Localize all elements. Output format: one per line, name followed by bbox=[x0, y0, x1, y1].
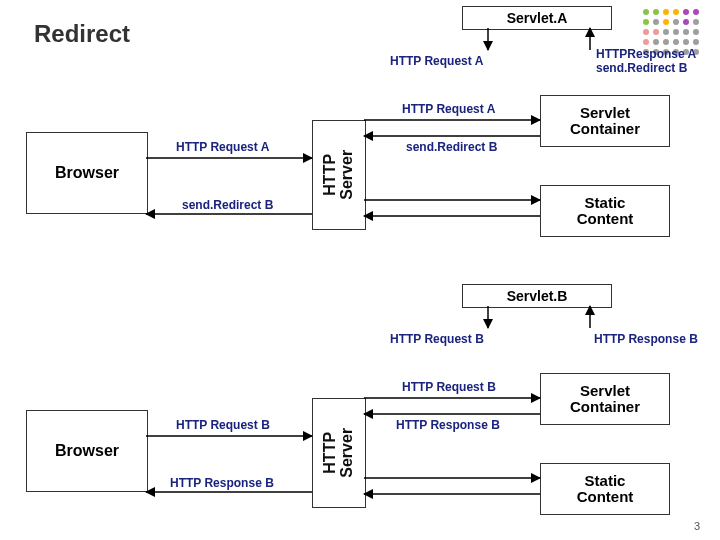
servlet-b-label: Servlet.B bbox=[507, 288, 568, 304]
servlet-container-b-label: Servlet Container bbox=[570, 383, 640, 416]
servlet-container-a-label: Servlet Container bbox=[570, 105, 640, 138]
static-content-b-label: Static Content bbox=[577, 473, 634, 506]
servlet-a-label: Servlet.A bbox=[507, 10, 568, 26]
left-redirect-a-label: send.Redirect B bbox=[182, 198, 273, 212]
http-server-a-box: HTTP Server bbox=[312, 120, 366, 230]
servlet-container-b-box: Servlet Container bbox=[540, 373, 670, 425]
svg-point-21 bbox=[673, 39, 679, 45]
svg-point-3 bbox=[673, 9, 679, 15]
left-request-b-label: HTTP Request B bbox=[176, 418, 270, 432]
page-title: Redirect bbox=[34, 20, 130, 48]
mid-response-b-label: HTTP Response B bbox=[396, 418, 500, 432]
mid-redirect-a-label: send.Redirect B bbox=[406, 140, 497, 154]
servlet-a-box: Servlet.A bbox=[462, 6, 612, 30]
mid-request-a-label: HTTP Request A bbox=[402, 102, 495, 116]
left-request-a-label: HTTP Request A bbox=[176, 140, 269, 154]
svg-point-17 bbox=[693, 29, 699, 35]
svg-point-8 bbox=[663, 19, 669, 25]
svg-point-2 bbox=[663, 9, 669, 15]
static-content-b-box: Static Content bbox=[540, 463, 670, 515]
slide-number: 3 bbox=[694, 520, 700, 532]
svg-point-12 bbox=[643, 29, 649, 35]
svg-point-5 bbox=[693, 9, 699, 15]
svg-point-23 bbox=[693, 39, 699, 45]
svg-point-11 bbox=[693, 19, 699, 25]
top-response-a-label: HTTPResponse A send.Redirect B bbox=[596, 48, 696, 76]
browser-a-box: Browser bbox=[26, 132, 148, 214]
browser-b-box: Browser bbox=[26, 410, 148, 492]
svg-point-10 bbox=[683, 19, 689, 25]
top-request-a-label: HTTP Request A bbox=[390, 54, 483, 68]
svg-point-20 bbox=[663, 39, 669, 45]
svg-point-9 bbox=[673, 19, 679, 25]
svg-point-16 bbox=[683, 29, 689, 35]
http-server-a-label: HTTP Server bbox=[322, 150, 356, 200]
http-server-b-box: HTTP Server bbox=[312, 398, 366, 508]
svg-point-6 bbox=[643, 19, 649, 25]
svg-point-4 bbox=[683, 9, 689, 15]
svg-point-18 bbox=[643, 39, 649, 45]
left-response-b-label: HTTP Response B bbox=[170, 476, 274, 490]
browser-a-label: Browser bbox=[55, 164, 119, 182]
browser-b-label: Browser bbox=[55, 442, 119, 460]
svg-point-13 bbox=[653, 29, 659, 35]
svg-point-14 bbox=[663, 29, 669, 35]
svg-point-19 bbox=[653, 39, 659, 45]
http-server-b-label: HTTP Server bbox=[322, 428, 356, 478]
svg-point-15 bbox=[673, 29, 679, 35]
servlet-container-a-box: Servlet Container bbox=[540, 95, 670, 147]
top-response-b-label: HTTP Response B bbox=[594, 332, 698, 346]
servlet-b-box: Servlet.B bbox=[462, 284, 612, 308]
mid-request-b-label: HTTP Request B bbox=[402, 380, 496, 394]
static-content-a-label: Static Content bbox=[577, 195, 634, 228]
svg-point-1 bbox=[653, 9, 659, 15]
svg-point-0 bbox=[643, 9, 649, 15]
svg-point-22 bbox=[683, 39, 689, 45]
top-request-b-label: HTTP Request B bbox=[390, 332, 484, 346]
svg-point-7 bbox=[653, 19, 659, 25]
static-content-a-box: Static Content bbox=[540, 185, 670, 237]
